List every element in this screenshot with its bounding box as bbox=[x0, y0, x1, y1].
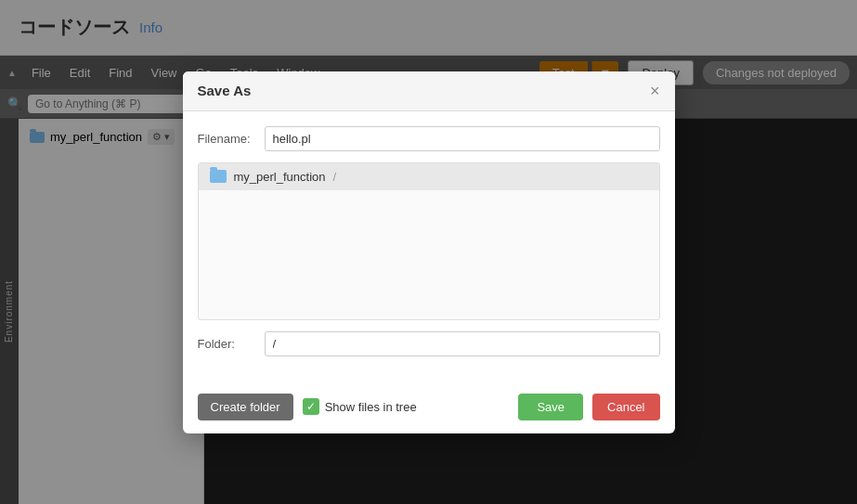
browser-folder-row[interactable]: my_perl_function / bbox=[199, 163, 659, 190]
show-files-check[interactable]: ✓ Show files in tree bbox=[303, 398, 510, 415]
modal-body: Filename: my_perl_function / Folder: bbox=[183, 111, 675, 384]
browser-folder-slash: / bbox=[333, 170, 337, 184]
filename-row: Filename: bbox=[198, 126, 660, 151]
modal-header: Save As × bbox=[183, 71, 675, 111]
cancel-button[interactable]: Cancel bbox=[592, 394, 659, 420]
browser-folder-icon bbox=[210, 170, 227, 183]
show-files-checkbox[interactable]: ✓ bbox=[303, 398, 319, 415]
show-files-label: Show files in tree bbox=[325, 400, 417, 414]
browser-folder-name: my_perl_function bbox=[234, 170, 326, 184]
file-browser[interactable]: my_perl_function / bbox=[198, 162, 660, 320]
save-button[interactable]: Save bbox=[518, 394, 583, 420]
folder-label: Folder: bbox=[198, 337, 253, 351]
modal-close-button[interactable]: × bbox=[650, 83, 660, 99]
filename-label: Filename: bbox=[198, 132, 253, 146]
modal-overlay: Save As × Filename: my_perl_function / F… bbox=[0, 0, 857, 504]
folder-row: Folder: bbox=[198, 331, 660, 356]
modal-footer: Create folder ✓ Show files in tree Save … bbox=[183, 384, 675, 433]
create-folder-button[interactable]: Create folder bbox=[198, 394, 293, 420]
folder-input[interactable] bbox=[265, 331, 660, 356]
modal-title: Save As bbox=[198, 83, 252, 98]
filename-input[interactable] bbox=[265, 126, 660, 151]
save-as-modal: Save As × Filename: my_perl_function / F… bbox=[183, 71, 675, 433]
